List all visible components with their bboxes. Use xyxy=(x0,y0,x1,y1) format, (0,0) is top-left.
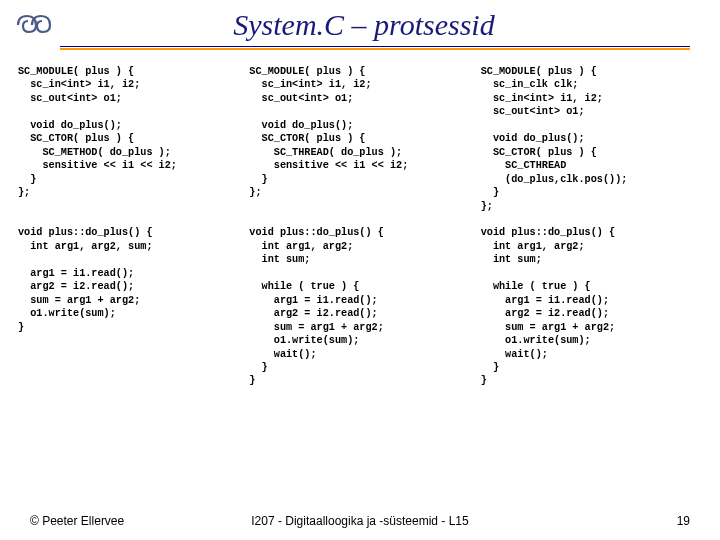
slide-title: System.C – protsessid xyxy=(68,8,704,42)
header-divider xyxy=(0,46,720,50)
code-columns: SC_MODULE( plus ) { sc_in<int> i1, i2; s… xyxy=(0,51,720,388)
slide-header: System.C – protsessid xyxy=(0,0,720,46)
code-col-method: SC_MODULE( plus ) { sc_in<int> i1, i2; s… xyxy=(18,65,239,388)
footer-copyright: © Peeter Ellervee xyxy=(30,514,124,528)
code-col-thread: SC_MODULE( plus ) { sc_in<int> i1, i2; s… xyxy=(249,65,470,388)
spiral-logo-icon xyxy=(12,10,56,40)
page-number: 19 xyxy=(677,514,690,528)
code-col-cthread: SC_MODULE( plus ) { sc_in_clk clk; sc_in… xyxy=(481,65,702,388)
slide-footer: I207 - Digitaalloogika ja -süsteemid - L… xyxy=(0,514,720,528)
